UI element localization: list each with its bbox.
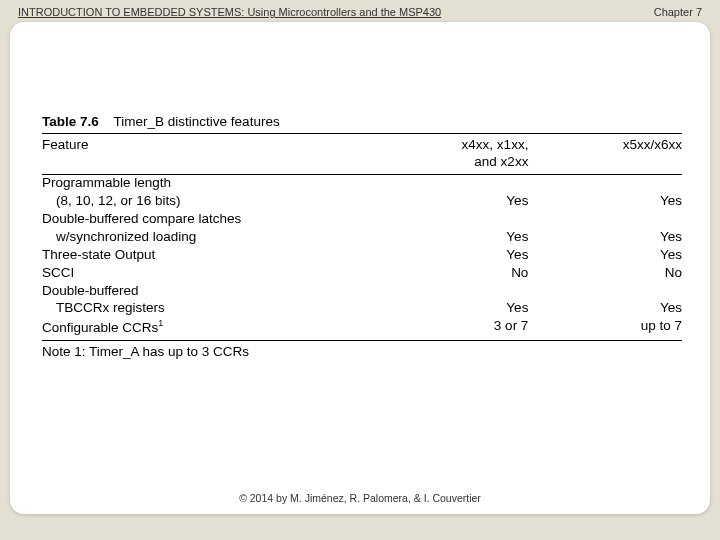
table-row: Three-state OutputYesYes — [42, 246, 682, 264]
feature-cell: Double-buffered — [42, 282, 375, 300]
content-card: Table 7.6 Timer_B distinctive features F… — [10, 22, 710, 514]
table-title: Timer_B distinctive features — [114, 114, 280, 129]
feature-cell: (8, 10, 12, or 16 bits) — [42, 193, 375, 211]
table-row: w/synchronized loadingYesYes — [42, 228, 682, 246]
table-footnote: Note 1: Timer_A has up to 3 CCRs — [42, 341, 682, 359]
table-row: SCCINoNo — [42, 264, 682, 282]
feature-cell: Configurable CCRs1 — [42, 318, 375, 340]
value-cell: Yes — [375, 228, 529, 246]
table-header-row: Feature x4xx, x1xx, and x2xx x5xx/x6xx — [42, 134, 682, 175]
value-cell: Yes — [528, 228, 682, 246]
table-row: Double-buffered — [42, 282, 682, 300]
col-family-2: x5xx/x6xx — [528, 134, 682, 175]
table-row: Programmable length — [42, 174, 682, 192]
book-title: INTRODUCTION TO EMBEDDED SYSTEMS: Using … — [18, 6, 441, 18]
table-row: Configurable CCRs13 or 7up to 7 — [42, 318, 682, 340]
feature-cell: Double-buffered compare latches — [42, 211, 375, 229]
table-row: Double-buffered compare latches — [42, 211, 682, 229]
col-family-1: x4xx, x1xx, and x2xx — [375, 134, 529, 175]
value-cell: up to 7 — [528, 318, 682, 340]
value-cell: Yes — [528, 300, 682, 318]
value-cell: Yes — [375, 246, 529, 264]
feature-cell: w/synchronized loading — [42, 228, 375, 246]
table-caption: Table 7.6 Timer_B distinctive features — [42, 114, 682, 129]
slide-header: INTRODUCTION TO EMBEDDED SYSTEMS: Using … — [0, 0, 720, 18]
table-container: Table 7.6 Timer_B distinctive features F… — [42, 114, 682, 359]
value-cell: 3 or 7 — [375, 318, 529, 340]
table-row: (8, 10, 12, or 16 bits)YesYes — [42, 193, 682, 211]
value-cell: Yes — [375, 300, 529, 318]
value-cell: Yes — [375, 193, 529, 211]
col-feature: Feature — [42, 134, 375, 175]
table-number: Table 7.6 — [42, 114, 99, 129]
feature-cell: SCCI — [42, 264, 375, 282]
value-cell: No — [528, 264, 682, 282]
features-table: Feature x4xx, x1xx, and x2xx x5xx/x6xx P… — [42, 133, 682, 341]
feature-cell: Programmable length — [42, 174, 375, 192]
value-cell: No — [375, 264, 529, 282]
table-row: TBCCRx registersYesYes — [42, 300, 682, 318]
chapter-label: Chapter 7 — [654, 6, 702, 18]
feature-cell: TBCCRx registers — [42, 300, 375, 318]
value-cell: Yes — [528, 193, 682, 211]
value-cell: Yes — [528, 246, 682, 264]
copyright-footer: © 2014 by M. Jiménez, R. Palomera, & I. … — [10, 492, 710, 504]
feature-cell: Three-state Output — [42, 246, 375, 264]
